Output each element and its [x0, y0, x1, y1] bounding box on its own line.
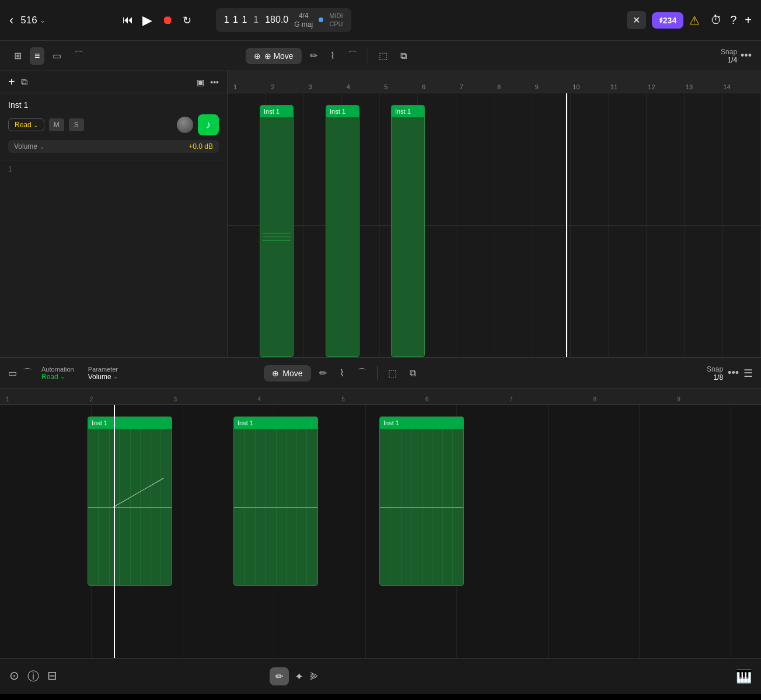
- chord-button[interactable]: ♯234: [652, 12, 683, 29]
- ruler-mark-8: 8: [497, 83, 535, 90]
- add-track-button[interactable]: +: [8, 75, 15, 89]
- automation-content-area: 1 2 3 4 5 6 7 8 9 Inst 1: [0, 388, 761, 658]
- auto-brush-tool[interactable]: ⌇: [335, 364, 349, 382]
- auto-region-1[interactable]: Inst 1: [88, 416, 172, 586]
- center-line: [228, 225, 761, 226]
- param-value-text[interactable]: Volume ⌄: [88, 373, 118, 381]
- piano-icon[interactable]: 🎹: [736, 669, 752, 684]
- loop-button[interactable]: ↻: [183, 14, 191, 27]
- mute-button[interactable]: M: [49, 118, 64, 131]
- info-icon[interactable]: ⓘ: [27, 668, 39, 684]
- brush-tool[interactable]: ⌇: [326, 47, 340, 65]
- layout-icon[interactable]: ⊟: [47, 668, 57, 684]
- duplicate-track-button[interactable]: ⧉: [21, 77, 27, 88]
- auto-copy-tool[interactable]: ⧉: [405, 365, 421, 382]
- auto-curve-tool[interactable]: ⌒: [352, 363, 371, 383]
- automation-ruler: 1 2 3 4 5 6 7 8 9: [0, 388, 761, 405]
- auto-mark-6: 6: [425, 396, 509, 402]
- beat-position: 1: [253, 15, 259, 25]
- tool-group-left: ⊞ ≡ ▭ ⌒: [9, 46, 88, 65]
- pencil-active-tool[interactable]: ✏: [270, 667, 289, 685]
- pencil-tool[interactable]: ✏: [305, 47, 322, 65]
- history-icon[interactable]: ⏱: [710, 13, 722, 27]
- auto-curve-icon[interactable]: ⌒: [23, 367, 32, 379]
- track-number: 1: [0, 160, 227, 178]
- volume-knob[interactable]: [177, 117, 193, 133]
- auto-pencil-tool[interactable]: ✏: [315, 364, 331, 382]
- auto-more-button[interactable]: •••: [728, 367, 739, 379]
- position-display[interactable]: 1 1 1 1 180.0 4/4 G maj MIDI CPU: [216, 8, 351, 32]
- copy-tool[interactable]: ⧉: [396, 47, 411, 65]
- curve-tool[interactable]: ⌒: [343, 46, 362, 65]
- window-icon[interactable]: ▭: [48, 47, 66, 65]
- auto-line-1b: [113, 478, 164, 508]
- auto-mark-8: 8: [593, 396, 677, 402]
- tool-group-center: ⊕ ⊕ Move ✏ ⌇ ⌒ ⬚ ⧉: [246, 46, 411, 65]
- help-icon[interactable]: ?: [730, 13, 736, 27]
- auto-mark-2: 2: [90, 396, 174, 402]
- add-icon[interactable]: +: [745, 13, 752, 27]
- region-3-header: Inst 1: [392, 106, 424, 117]
- back-button[interactable]: ‹: [9, 13, 13, 28]
- bar-position: 1 1 1: [224, 15, 248, 25]
- auto-move-button[interactable]: ⊕ Move: [264, 365, 310, 382]
- project-name-label: 516: [20, 15, 37, 26]
- grid-icon[interactable]: ⊞: [9, 47, 26, 65]
- top-right-controls: ✕ ♯234 ⚠ ⏱ ? +: [627, 11, 752, 29]
- ruler-mark-12: 12: [648, 83, 686, 90]
- volume-label: Volume ⌄: [14, 142, 188, 150]
- ruler-mark-9: 9: [535, 83, 573, 90]
- instrument-icon[interactable]: ♪: [198, 114, 219, 135]
- auto-selection-tool[interactable]: ⬚: [383, 364, 402, 382]
- ruler-mark-10: 10: [573, 83, 610, 90]
- ruler-mark-6: 6: [422, 83, 460, 90]
- ruler-mark-11: 11: [610, 83, 648, 90]
- loop-icon[interactable]: ⊙: [9, 668, 19, 684]
- auto-region-3[interactable]: Inst 1: [379, 416, 464, 586]
- play-button[interactable]: ▶: [142, 13, 152, 28]
- auto-ruler-marks: 1 2 3 4 5 6 7 8 9: [0, 396, 761, 402]
- tracks-canvas[interactable]: Inst 1 Inst 1 Inst 1: [228, 93, 761, 357]
- list-icon[interactable]: ≡: [30, 47, 44, 65]
- region-add-icon[interactable]: ▣: [197, 78, 204, 87]
- snap-value[interactable]: 1/4: [727, 56, 737, 64]
- read-automation-button[interactable]: Read ⌄: [8, 118, 44, 131]
- project-name[interactable]: 516 ⌄: [20, 15, 45, 26]
- auto-region-1-header: Inst 1: [88, 417, 172, 429]
- warning-button[interactable]: ⚠: [689, 13, 700, 27]
- level-indicator: [319, 18, 323, 22]
- timeline-area: 1 2 3 4 5 6 7 8 9 10 11 12 13 14: [228, 71, 761, 357]
- midi-region-2[interactable]: Inst 1: [326, 105, 359, 357]
- move-tool-button[interactable]: ⊕ ⊕ Move: [246, 48, 302, 64]
- param-label-text: Parameter: [88, 366, 118, 373]
- right-icons: ⏱ ? +: [710, 13, 752, 27]
- track-name: Inst 1: [8, 100, 219, 110]
- automation-read-value[interactable]: Read ⌄: [41, 373, 74, 381]
- auto-menu-button[interactable]: ☰: [743, 367, 753, 380]
- selection-tool[interactable]: ⬚: [374, 47, 392, 65]
- auto-region-2[interactable]: Inst 1: [233, 416, 318, 586]
- midi-region-1[interactable]: Inst 1: [260, 105, 294, 357]
- more-options-button[interactable]: •••: [741, 50, 752, 62]
- curve-icon[interactable]: ⌒: [69, 46, 88, 65]
- playhead: [566, 93, 567, 357]
- auto-mark-4: 4: [257, 396, 341, 402]
- auto-window-icon[interactable]: ▭: [8, 368, 17, 379]
- settings-icon[interactable]: •••: [210, 78, 219, 87]
- auto-right-controls: Snap 1/8 ••• ☰: [707, 365, 753, 382]
- close-button[interactable]: ✕: [627, 11, 646, 29]
- settings-tool[interactable]: ✦: [295, 670, 303, 683]
- automation-label-group: Automation Read ⌄: [41, 366, 74, 381]
- auto-move-icon: ⊕: [272, 369, 279, 378]
- main-area: + ⧉ ▣ ••• Inst 1 Read ⌄ M S ♪: [0, 71, 761, 357]
- volume-row[interactable]: Volume ⌄ +0.0 dB: [8, 140, 219, 153]
- record-button[interactable]: ⏺: [162, 13, 173, 27]
- read-dropdown: ⌄: [33, 122, 38, 128]
- midi-region-3[interactable]: Inst 1: [391, 105, 425, 357]
- param-label-group: Parameter Volume ⌄: [88, 366, 118, 381]
- eq-tool[interactable]: ⫸: [309, 670, 320, 682]
- auto-snap-value[interactable]: 1/8: [713, 373, 723, 382]
- rewind-button[interactable]: ⏮: [123, 14, 133, 26]
- solo-button[interactable]: S: [69, 118, 84, 131]
- auto-track-area[interactable]: Inst 1 Inst 1: [0, 405, 761, 658]
